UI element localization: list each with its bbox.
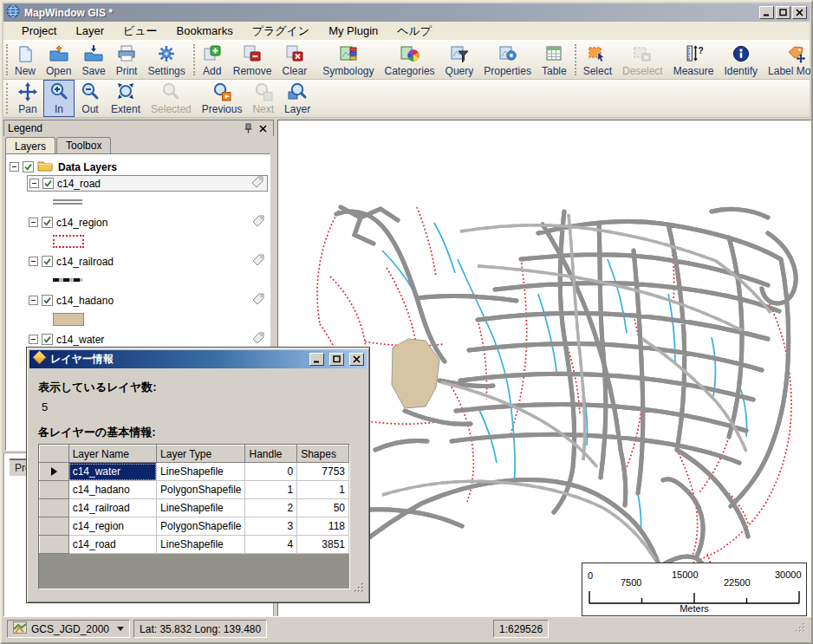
save-button[interactable]: Save <box>76 41 110 79</box>
root-checkbox[interactable] <box>23 161 34 172</box>
layer-checkbox[interactable] <box>42 217 53 228</box>
dialog-minimize-button[interactable] <box>309 353 324 366</box>
cell-layer-name[interactable]: c14_water <box>68 463 156 481</box>
collapse-icon[interactable] <box>29 335 38 344</box>
row-selector[interactable] <box>40 499 69 517</box>
menu-plugins[interactable]: プラグイン <box>243 21 320 42</box>
menu-project[interactable]: Project <box>12 22 66 40</box>
layer-checkbox[interactable] <box>42 256 53 267</box>
window-resize-grip[interactable] <box>794 621 806 636</box>
menu-my-plugin[interactable]: My Plugin <box>319 22 387 40</box>
layer-row-c14-water[interactable]: c14_water <box>27 331 268 348</box>
layer-row-c14-railroad[interactable]: c14_railroad <box>27 253 268 270</box>
query-button[interactable]: Query <box>440 41 479 79</box>
cell-layer-name[interactable]: c14_road <box>68 536 156 554</box>
tag-icon[interactable] <box>251 331 265 348</box>
cell-layer-type[interactable]: LineShapefile <box>157 536 245 554</box>
tag-icon[interactable] <box>251 214 265 231</box>
new-button[interactable]: New <box>10 41 41 79</box>
layer-info-grid[interactable]: Layer Name Layer Type Handle Shapes c14_… <box>38 444 350 589</box>
tree-root-data-layers[interactable]: Data Layers <box>10 159 268 175</box>
layer-checkbox[interactable] <box>42 178 54 189</box>
col-handle[interactable]: Handle <box>245 446 297 463</box>
toolbar-grip[interactable] <box>575 44 576 75</box>
cell-handle[interactable]: 1 <box>245 481 297 499</box>
layer-row-c14-road[interactable]: c14_road <box>27 175 268 192</box>
panel-close-icon[interactable] <box>257 122 270 134</box>
cell-layer-name[interactable]: c14_hadano <box>68 481 156 499</box>
measure-button[interactable]: ? Measure <box>668 41 719 79</box>
symbology-button[interactable]: Symbology <box>317 41 379 79</box>
collapse-icon[interactable] <box>29 218 38 227</box>
cell-layer-name[interactable]: c14_region <box>68 517 156 536</box>
print-button[interactable]: Print <box>111 41 143 79</box>
zoom-in-button[interactable]: In <box>43 80 75 117</box>
cell-layer-type[interactable]: PolygonShapefile <box>157 517 245 536</box>
zoom-out-button[interactable]: Out <box>75 80 106 117</box>
zoom-previous-button[interactable]: Previous <box>197 80 248 117</box>
table-row[interactable]: c14_road LineShapefile 4 3851 <box>40 536 349 554</box>
table-button[interactable]: Table <box>537 41 572 79</box>
clear-layers-button[interactable]: Clear <box>276 41 312 79</box>
dialog-resize-grip[interactable] <box>354 582 365 596</box>
minimize-button[interactable] <box>759 6 774 19</box>
cell-shapes[interactable]: 50 <box>297 499 349 517</box>
tab-layers[interactable]: Layers <box>5 137 55 154</box>
table-row[interactable]: c14_region PolygonShapefile 3 118 <box>40 517 349 536</box>
tag-icon[interactable] <box>251 292 265 309</box>
dialog-title-bar[interactable]: レイヤー情報 <box>29 350 367 368</box>
projection-selector[interactable]: GCS_JGD_2000 <box>7 620 130 638</box>
collapse-icon[interactable] <box>10 162 19 172</box>
identify-button[interactable]: Identify <box>719 41 763 79</box>
menu-layer[interactable]: Layer <box>66 22 114 40</box>
cell-shapes[interactable]: 1 <box>297 481 349 499</box>
menu-view[interactable]: ビュー <box>114 21 167 42</box>
zoom-extent-button[interactable]: Extent <box>106 80 146 117</box>
cell-shapes[interactable]: 118 <box>297 517 349 536</box>
zoom-layer-button[interactable]: Layer <box>279 80 315 117</box>
cell-layer-type[interactable]: LineShapefile <box>157 499 245 517</box>
remove-layer-button[interactable]: Remove <box>228 41 277 79</box>
add-layer-button[interactable]: Add <box>197 41 228 79</box>
layer-checkbox[interactable] <box>42 334 53 345</box>
cell-handle[interactable]: 4 <box>245 536 297 554</box>
row-selector[interactable] <box>40 517 69 536</box>
collapse-icon[interactable] <box>29 257 38 266</box>
dialog-close-button[interactable] <box>349 353 364 366</box>
layer-row-c14-hadano[interactable]: c14_hadano <box>27 292 268 309</box>
tag-icon[interactable] <box>251 253 265 270</box>
tab-toolbox[interactable]: Toolbox <box>56 137 111 153</box>
cell-layer-name[interactable]: c14_railroad <box>68 499 156 517</box>
properties-button[interactable]: Properties <box>478 41 537 79</box>
layer-checkbox[interactable] <box>42 295 53 306</box>
menu-bookmarks[interactable]: Bookmarks <box>167 22 243 40</box>
select-button[interactable]: Select <box>578 41 617 79</box>
col-layer-name[interactable]: Layer Name <box>68 446 156 463</box>
collapse-icon[interactable] <box>29 296 38 305</box>
col-layer-type[interactable]: Layer Type <box>157 446 245 463</box>
row-selector[interactable] <box>40 536 69 554</box>
cell-handle[interactable]: 3 <box>245 517 297 536</box>
toolbar-grip[interactable] <box>6 44 8 75</box>
dialog-maximize-button[interactable] <box>329 353 344 366</box>
label-mover-button[interactable]: Label Mover <box>763 41 813 79</box>
table-row[interactable]: c14_hadano PolygonShapefile 1 1 <box>40 481 349 499</box>
cell-handle[interactable]: 0 <box>245 463 297 481</box>
collapse-icon[interactable] <box>29 179 39 188</box>
table-row[interactable]: c14_railroad LineShapefile 2 50 <box>40 499 349 517</box>
toolbar-grip[interactable] <box>6 83 10 114</box>
layer-row-c14-region[interactable]: c14_region <box>27 214 268 231</box>
row-selector[interactable] <box>40 481 69 499</box>
settings-button[interactable]: Settings <box>142 41 190 79</box>
maximize-button[interactable] <box>776 6 790 19</box>
close-button[interactable] <box>792 6 807 19</box>
cell-layer-type[interactable]: LineShapefile <box>157 463 245 481</box>
categories-button[interactable]: Categories <box>380 41 440 79</box>
cell-layer-type[interactable]: PolygonShapefile <box>157 481 245 499</box>
cell-handle[interactable]: 2 <box>245 499 297 517</box>
open-button[interactable]: Open <box>41 41 76 79</box>
cell-shapes[interactable]: 7753 <box>297 463 349 481</box>
menu-help[interactable]: ヘルプ <box>387 21 441 42</box>
table-row[interactable]: c14_water LineShapefile 0 7753 <box>40 463 349 481</box>
toolbar-grip[interactable] <box>193 44 195 75</box>
